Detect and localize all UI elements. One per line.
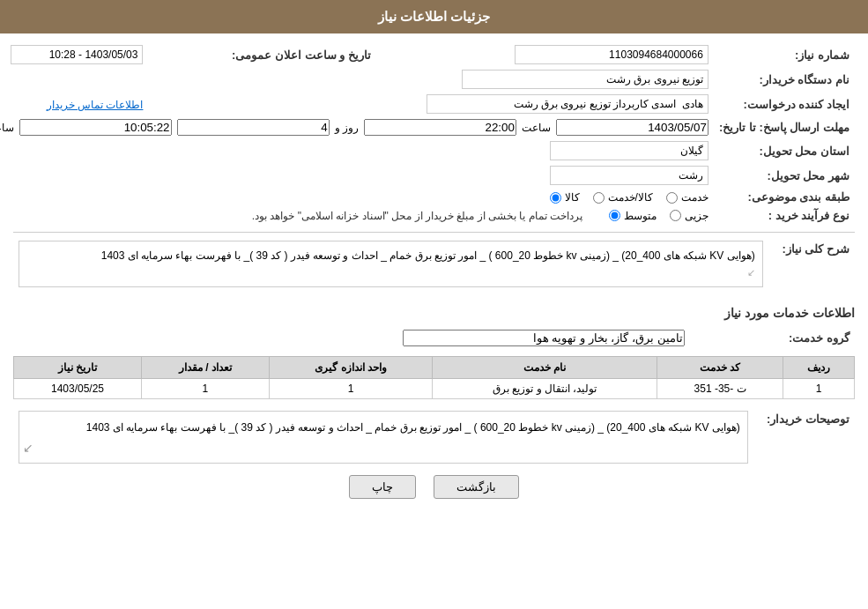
services-section-title: اطلاعات خدمات مورد نیاز — [13, 306, 855, 320]
category-service-label: خدمت — [681, 191, 708, 204]
buyer-desc-cell: (هوایی KV شبکه های 400_20) _ (زمینی kv خ… — [13, 408, 753, 466]
cell-code: ت -35- 351 — [657, 379, 783, 399]
province-input[interactable] — [550, 141, 708, 160]
col-header-date: تاریخ نیاز — [14, 357, 142, 379]
process-note: پرداخت تمام یا بخشی از مبلغ خریدار از مح… — [252, 210, 582, 222]
buyer-desc-table: توصیحات خریدار: (هوایی KV شبکه های 400_2… — [13, 408, 855, 466]
top-form-table: شماره نیاز: تاریخ و ساعت اعلان عمومی: نا… — [0, 42, 855, 225]
button-row: بازگشت چاپ — [13, 475, 855, 499]
general-desc-label: شرح کلی نیاز: — [768, 238, 855, 297]
service-group-label: گروه خدمت: — [690, 327, 855, 349]
buyer-desc-label: توصیحات خریدار: — [753, 408, 855, 466]
category-goods-label: کالا — [565, 191, 580, 204]
table-row: 1 ت -35- 351 تولید، انتقال و توزیع برق 1… — [14, 379, 855, 399]
contact-info-link[interactable]: اطلاعات تماس خریدار — [47, 99, 144, 111]
cell-date: 1403/05/25 — [14, 379, 142, 399]
deadline-date-input[interactable] — [556, 119, 708, 136]
cell-unit: 1 — [269, 379, 433, 399]
city-cell — [0, 163, 714, 188]
back-button[interactable]: بازگشت — [434, 475, 519, 499]
city-label: شهر محل تحویل: — [714, 163, 855, 188]
announce-cell — [0, 42, 148, 67]
deadline-label: مهلت ارسال پاسخ: تا تاریخ: — [714, 116, 855, 138]
time-label: ساعت — [522, 122, 551, 134]
need-number-cell — [403, 42, 714, 67]
province-cell — [0, 138, 714, 163]
buyer-station-label: نام دستگاه خریدار: — [714, 67, 855, 92]
page-wrapper: جزئیات اطلاعات نیاز شماره نیاز: تاریخ و … — [0, 0, 868, 609]
category-both-item: کالا/خدمت — [593, 191, 653, 204]
process-partial-radio[interactable] — [670, 210, 681, 221]
process-medium-item: متوسط — [609, 210, 657, 222]
category-label: طبقه بندی موضوعی: — [714, 188, 855, 206]
process-medium-radio[interactable] — [609, 210, 620, 221]
need-number-label: شماره نیاز: — [714, 42, 855, 67]
services-table: ردیف کد خدمت نام خدمت واحد اندازه گیری ت… — [13, 356, 855, 399]
buyer-description-box: (هوایی KV شبکه های 400_20) _ (زمینی kv خ… — [19, 411, 748, 464]
general-desc-cell: (هوایی KV شبکه های 400_20) _ (زمینی kv خ… — [13, 238, 768, 297]
need-number-input[interactable] — [515, 45, 708, 64]
province-label: استان محل تحویل: — [714, 138, 855, 163]
category-both-label: کالا/خدمت — [608, 191, 653, 204]
category-goods-item: کالا — [550, 191, 580, 204]
print-button[interactable]: چاپ — [349, 475, 416, 499]
category-service-item: خدمت — [666, 191, 708, 204]
col-header-unit: واحد اندازه گیری — [269, 357, 433, 379]
general-desc-text: (هوایی KV شبکه های 400_20) _ (زمینی kv خ… — [101, 249, 755, 262]
page-header: جزئیات اطلاعات نیاز — [0, 0, 868, 33]
main-content: شماره نیاز: تاریخ و ساعت اعلان عمومی: نا… — [0, 33, 868, 521]
category-goods-radio[interactable] — [550, 192, 561, 204]
cell-quantity: 1 — [142, 379, 270, 399]
divider-1 — [13, 232, 855, 233]
process-type-label: نوع فرآیند خرید : — [714, 206, 855, 225]
category-both-radio[interactable] — [593, 192, 605, 204]
cell-row: 1 — [783, 379, 855, 399]
creator-input[interactable] — [427, 94, 708, 114]
process-partial-item: جزیی — [670, 210, 708, 222]
announce-label: تاریخ و ساعت اعلان عمومی: — [148, 42, 375, 67]
deadline-days-input[interactable] — [177, 119, 330, 136]
general-desc-table: شرح کلی نیاز: (هوایی KV شبکه های 400_20)… — [13, 238, 855, 297]
city-input[interactable] — [550, 166, 708, 185]
process-type-cell: جزیی متوسط پرداخت تمام یا بخشی از مبلغ خ… — [0, 206, 714, 225]
buyer-station-cell — [0, 67, 714, 92]
creator-label: ایجاد کننده درخواست: — [714, 92, 855, 116]
announce-datetime-input[interactable] — [11, 45, 143, 64]
process-radio-group: جزیی متوسط — [609, 210, 708, 222]
deadline-inputs: ساعت روز و ساعت باقی مانده — [0, 119, 708, 136]
buyer-station-input[interactable] — [462, 70, 708, 89]
deadline-cell: ساعت روز و ساعت باقی مانده — [0, 116, 714, 138]
category-cell: خدمت کالا/خدمت کالا — [0, 188, 714, 206]
general-desc-box: (هوایی KV شبکه های 400_20) _ (زمینی kv خ… — [19, 241, 763, 287]
creator-cell — [148, 92, 713, 116]
service-group-table: گروه خدمت: — [13, 327, 855, 349]
col-header-quantity: تعداد / مقدار — [142, 357, 270, 379]
process-medium-label: متوسط — [624, 210, 657, 222]
process-partial-label: جزیی — [685, 210, 708, 222]
col-header-code: کد خدمت — [657, 357, 783, 379]
category-radio-group: خدمت کالا/خدمت کالا — [550, 191, 708, 204]
deadline-time-input[interactable] — [364, 119, 516, 136]
category-service-radio[interactable] — [666, 192, 678, 204]
cell-name: تولید، انتقال و توزیع برق — [433, 379, 657, 399]
col-header-name: نام خدمت — [433, 357, 657, 379]
buyer-description-text: (هوایی KV شبکه های 400_20) _ (زمینی kv خ… — [86, 421, 740, 434]
days-label: روز و — [335, 122, 359, 134]
service-group-cell — [13, 327, 690, 349]
page-title: جزئیات اطلاعات نیاز — [378, 9, 490, 24]
service-group-input[interactable] — [403, 330, 685, 346]
deadline-remaining-input[interactable] — [19, 119, 172, 136]
info-link-cell: اطلاعات تماس خریدار — [0, 92, 148, 116]
remaining-label: ساعت باقی مانده — [0, 122, 14, 134]
col-header-row: ردیف — [783, 357, 855, 379]
